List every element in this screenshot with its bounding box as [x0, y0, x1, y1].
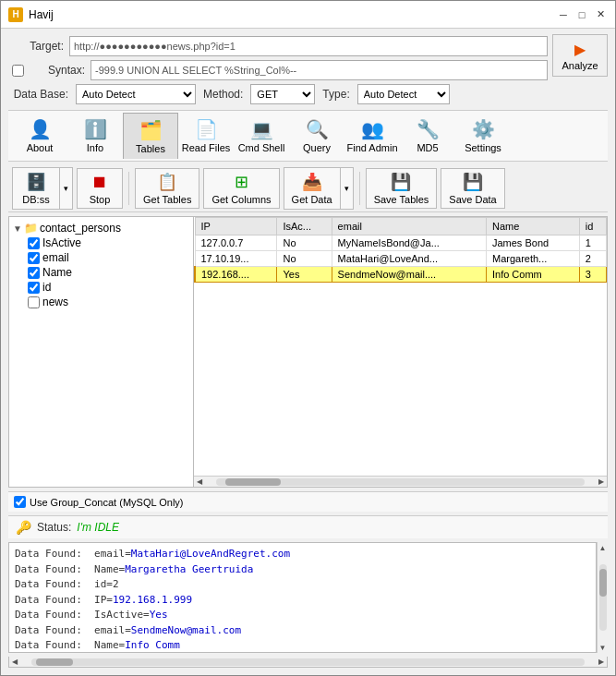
cell-email: MataHari@LoveAnd... — [332, 251, 486, 267]
tree-root[interactable]: ▼ 📁 contact_persons — [13, 221, 189, 235]
cell-name: James Bond — [486, 235, 579, 251]
find-admin-label: Find Admin — [346, 142, 397, 153]
get-columns-button[interactable]: ⊞ Get Columns — [203, 168, 279, 209]
get-data-group[interactable]: 📥 Get Data ▾ — [284, 167, 354, 210]
col-name: Name — [486, 218, 579, 235]
status-bar: 🔑 Status: I'm IDLE — [8, 515, 608, 538]
horizontal-scrollbar[interactable]: ◀ ▶ — [194, 476, 607, 487]
window-controls: ─ □ ✕ — [556, 7, 608, 22]
save-tables-button[interactable]: 💾 Save Tables — [366, 168, 438, 209]
cell-id: 2 — [579, 251, 606, 267]
dbiss-dropdown[interactable]: ▾ — [59, 168, 72, 209]
minimize-button[interactable]: ─ — [556, 7, 571, 22]
query-icon: 🔍 — [306, 118, 329, 140]
settings-icon: ⚙️ — [472, 118, 495, 140]
maximize-button[interactable]: □ — [574, 7, 589, 22]
checkbox-email[interactable] — [28, 252, 40, 264]
save-data-button[interactable]: 💾 Save Data — [441, 168, 504, 209]
checkbox-id[interactable] — [28, 282, 40, 294]
toolbar-about[interactable]: 👤 About — [12, 113, 67, 159]
status-icon: 🔑 — [16, 520, 31, 535]
method-label: Method: — [203, 88, 243, 101]
vertical-scrollbar[interactable]: ▲ ▼ — [597, 542, 608, 653]
tree-expand-icon[interactable]: ▼ — [13, 223, 22, 234]
checkbox-Name[interactable] — [28, 267, 40, 279]
get-data-button[interactable]: 📥 Get Data — [284, 168, 340, 209]
tree-panel: ▼ 📁 contact_persons IsActive email — [9, 217, 194, 487]
query-label: Query — [303, 142, 331, 153]
table-body: 127.0.0.7 No MyNameIsBond@Ja... James Bo… — [195, 235, 607, 283]
results-table: IP IsAc... email Name id 127.0.0.7 No — [194, 217, 607, 283]
table-row[interactable]: 127.0.0.7 No MyNameIsBond@Ja... James Bo… — [195, 235, 607, 251]
log-line-4: Data Found: IP=192.168.1.999 — [15, 593, 590, 609]
log-email1-value: MataHari@LoveAndRegret.com — [131, 548, 290, 560]
label-IsActive: IsActive — [42, 236, 81, 249]
toolbar-info[interactable]: ℹ️ Info — [67, 113, 123, 159]
find-admin-icon: 👥 — [361, 118, 384, 140]
scroll-right-arrow[interactable]: ▶ — [596, 477, 607, 488]
type-select[interactable]: Auto Detect — [357, 84, 450, 104]
syntax-checkbox[interactable] — [12, 65, 24, 77]
scroll-thumb[interactable] — [225, 478, 281, 486]
cell-id: 3 — [579, 267, 606, 283]
bottom-scroll-left[interactable]: ◀ — [9, 657, 20, 668]
bottom-scroll-thumb[interactable] — [36, 658, 73, 666]
toolbar-read-files[interactable]: 📄 Read Files — [178, 113, 234, 159]
toolbar-md5[interactable]: 🔧 MD5 — [400, 113, 455, 159]
cell-name: Margareth... — [486, 251, 579, 267]
col-id: id — [579, 218, 606, 235]
method-select[interactable]: GET — [250, 84, 315, 104]
log-name2-value: Info Comm — [125, 639, 180, 651]
get-tables-button[interactable]: 📋 Get Tables — [135, 168, 199, 209]
toolbar-settings[interactable]: ⚙️ Settings — [455, 113, 511, 159]
info-icon: ℹ️ — [84, 118, 107, 140]
table-row[interactable]: 17.10.19... No MataHari@LoveAnd... Marga… — [195, 251, 607, 267]
log-line-5: Data Found: IsActive=Yes — [15, 608, 590, 623]
group-concat-checkbox[interactable] — [14, 496, 26, 508]
cell-ip: 192.168.... — [195, 267, 277, 283]
cell-ip: 127.0.0.7 — [195, 235, 277, 251]
data-table: IP IsAc... email Name id 127.0.0.7 No — [194, 217, 607, 476]
bottom-scroll-right[interactable]: ▶ — [596, 657, 607, 668]
log-container: Data Found: email=MataHari@LoveAndRegret… — [8, 542, 608, 653]
scroll-up-arrow[interactable]: ▲ — [598, 542, 609, 553]
stop-button[interactable]: ⏹ Stop — [77, 168, 123, 209]
table-row-selected[interactable]: 192.168.... Yes SendmeNow@mail.... Info … — [195, 267, 607, 283]
log-name1-value: Margaretha Geertruida — [125, 563, 253, 575]
syntax-input[interactable] — [91, 60, 548, 80]
vscroll-track — [599, 564, 607, 631]
scroll-down-arrow[interactable]: ▼ — [598, 642, 609, 653]
bottom-scroll-track — [31, 658, 585, 666]
col-email: email — [332, 218, 486, 235]
syntax-label: Syntax: — [30, 64, 85, 77]
tree-item-id: id — [28, 280, 189, 295]
checkbox-news[interactable] — [28, 296, 40, 308]
toolbar-find-admin[interactable]: 👥 Find Admin — [344, 113, 400, 159]
close-button[interactable]: ✕ — [593, 7, 608, 22]
toolbar-query[interactable]: 🔍 Query — [289, 113, 344, 159]
md5-label: MD5 — [417, 142, 438, 153]
target-input[interactable] — [69, 36, 548, 56]
save-data-label: Save Data — [449, 194, 496, 205]
scroll-left-arrow[interactable]: ◀ — [194, 477, 205, 488]
database-label: Data Base: — [8, 88, 68, 101]
group-concat-label: Use Group_Concat (MySQL Only) — [30, 497, 183, 508]
db-method-row: Data Base: Auto Detect Method: GET Type:… — [8, 84, 608, 104]
toolbar-cmd-shell[interactable]: 💻 Cmd Shell — [234, 113, 289, 159]
checkbox-IsActive[interactable] — [28, 237, 40, 249]
dbiss-group[interactable]: 🗄️ DB:ss ▾ — [12, 167, 73, 210]
toolbar-tables[interactable]: 🗂️ Tables — [123, 113, 178, 159]
divider2 — [359, 172, 360, 205]
tables-icon: 🗂️ — [139, 119, 163, 141]
label-id: id — [42, 281, 51, 294]
bottom-scrollbar[interactable]: ◀ ▶ — [8, 657, 608, 668]
label-Name: Name — [42, 266, 72, 279]
group-concat-row: Use Group_Concat (MySQL Only) — [8, 491, 608, 512]
tree-item-IsActive: IsActive — [28, 235, 189, 250]
save-data-icon: 💾 — [463, 172, 483, 192]
vscroll-thumb[interactable] — [599, 569, 607, 597]
database-select[interactable]: Auto Detect — [76, 84, 196, 104]
get-data-dropdown[interactable]: ▾ — [340, 168, 353, 209]
dbiss-button[interactable]: 🗄️ DB:ss — [13, 168, 59, 209]
table-header: IP IsAc... email Name id — [195, 218, 607, 235]
